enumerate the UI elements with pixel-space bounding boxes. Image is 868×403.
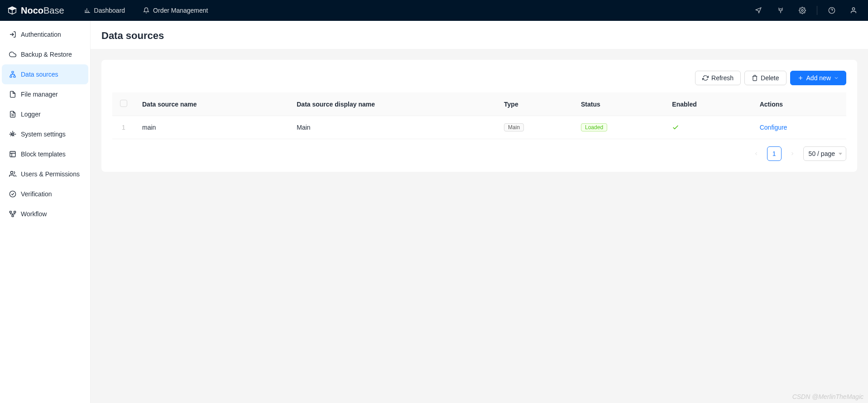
app-header: NocoBase Dashboard Order Management <box>0 0 868 21</box>
svg-rect-2 <box>12 71 14 73</box>
help-button[interactable] <box>823 0 841 21</box>
type-tag: Main <box>504 123 524 131</box>
chevron-left-icon <box>753 151 759 156</box>
sidebar-item-users-permissions[interactable]: Users & Permissions <box>2 164 88 184</box>
file-text-icon <box>9 111 16 118</box>
sidebar-item-label: File manager <box>21 91 58 98</box>
gear-icon <box>799 7 806 14</box>
logo-text: NocoBase <box>21 5 64 16</box>
configure-link[interactable]: Configure <box>760 124 787 131</box>
sidebar-item-authentication[interactable]: Authentication <box>2 24 88 44</box>
sidebar-item-block-templates[interactable]: Block templates <box>2 144 88 164</box>
nav-item-dashboard[interactable]: Dashboard <box>77 0 133 21</box>
cell-name: main <box>135 116 289 139</box>
nav-item-label: Dashboard <box>94 7 125 14</box>
sidebar-item-label: Workflow <box>21 210 47 218</box>
chevron-right-icon <box>790 151 795 156</box>
cell-type: Main <box>497 116 574 139</box>
cell-enabled <box>665 116 752 139</box>
sidebar: Authentication Backup & Restore Data sou… <box>0 21 91 403</box>
svg-rect-4 <box>14 76 15 77</box>
logo-icon <box>7 5 17 15</box>
file-icon <box>9 91 16 98</box>
sidebar-item-file-manager[interactable]: File manager <box>2 84 88 104</box>
pagination: 1 50 / page <box>112 146 846 161</box>
sidebar-item-label: Backup & Restore <box>21 51 72 58</box>
page-title: Data sources <box>91 21 868 49</box>
layout-icon <box>9 151 16 158</box>
svg-rect-9 <box>14 211 16 213</box>
add-new-button[interactable]: Add new <box>790 71 846 85</box>
page-size-select[interactable]: 50 / page <box>803 146 846 161</box>
settings-button[interactable] <box>793 0 811 21</box>
row-index: 1 <box>112 116 135 139</box>
plugin-button[interactable] <box>772 0 790 21</box>
svg-rect-6 <box>10 151 15 157</box>
nav-item-label: Order Management <box>153 7 208 14</box>
highlight-icon <box>755 7 762 14</box>
trash-icon <box>752 75 758 81</box>
svg-point-7 <box>10 191 15 197</box>
plugin-icon <box>777 7 784 14</box>
check-icon <box>672 124 745 131</box>
cell-display: Main <box>289 116 497 139</box>
cluster-icon <box>9 71 16 78</box>
sidebar-item-label: Authentication <box>21 31 61 38</box>
svg-rect-8 <box>10 211 11 213</box>
sidebar-item-logger[interactable]: Logger <box>2 104 88 124</box>
bell-icon <box>143 7 149 14</box>
sidebar-item-label: Verification <box>21 190 52 198</box>
nav-item-orders[interactable]: Order Management <box>136 0 215 21</box>
divider <box>817 6 817 15</box>
col-display: Data source display name <box>289 92 497 116</box>
sidebar-item-verification[interactable]: Verification <box>2 184 88 204</box>
design-mode-button[interactable] <box>750 0 768 21</box>
help-icon <box>828 7 835 14</box>
chevron-down-icon <box>834 75 839 81</box>
sidebar-item-label: System settings <box>21 131 66 138</box>
team-icon <box>9 170 16 178</box>
sidebar-item-system-settings[interactable]: System settings <box>2 124 88 144</box>
bar-chart-icon <box>84 7 91 14</box>
sidebar-item-data-sources[interactable]: Data sources <box>2 64 88 84</box>
table-row: 1 main Main Main Loaded Configure <box>112 116 846 139</box>
col-actions: Actions <box>753 92 846 116</box>
sidebar-item-label: Block templates <box>21 151 66 158</box>
check-circle-icon <box>9 190 16 198</box>
login-icon <box>9 31 16 38</box>
sidebar-item-workflow[interactable]: Workflow <box>2 204 88 224</box>
next-page-button[interactable] <box>785 146 800 161</box>
delete-button[interactable]: Delete <box>744 71 786 85</box>
sidebar-item-backup[interactable]: Backup & Restore <box>2 44 88 64</box>
col-status: Status <box>574 92 665 116</box>
table-header-row: Data source name Data source display nam… <box>112 92 846 116</box>
plus-icon <box>797 75 804 81</box>
header-actions <box>750 0 863 21</box>
top-nav: Dashboard Order Management <box>77 0 216 21</box>
page-number-button[interactable]: 1 <box>767 146 782 161</box>
toolbar: Refresh Delete Add new <box>112 71 846 85</box>
prev-page-button[interactable] <box>749 146 763 161</box>
main-content: Data sources Refresh Delete Add new <box>91 21 868 403</box>
sidebar-item-label: Logger <box>21 111 41 118</box>
col-name: Data source name <box>135 92 289 116</box>
refresh-button[interactable]: Refresh <box>695 71 741 85</box>
setting-icon <box>9 131 16 138</box>
data-sources-card: Refresh Delete Add new <box>101 60 857 172</box>
status-tag: Loaded <box>581 123 607 131</box>
cell-actions: Configure <box>753 116 846 139</box>
reload-icon <box>702 75 709 81</box>
brand-logo[interactable]: NocoBase <box>5 5 66 16</box>
partition-icon <box>9 210 16 218</box>
svg-rect-3 <box>10 76 12 77</box>
user-menu-button[interactable] <box>844 0 863 21</box>
user-icon <box>850 7 857 14</box>
svg-rect-10 <box>12 215 14 217</box>
sidebar-item-label: Data sources <box>21 71 58 78</box>
data-sources-table: Data source name Data source display nam… <box>112 92 846 139</box>
cell-status: Loaded <box>574 116 665 139</box>
sidebar-item-label: Users & Permissions <box>21 170 80 178</box>
select-all-checkbox[interactable] <box>120 100 127 107</box>
svg-point-0 <box>801 10 803 11</box>
col-enabled: Enabled <box>665 92 752 116</box>
